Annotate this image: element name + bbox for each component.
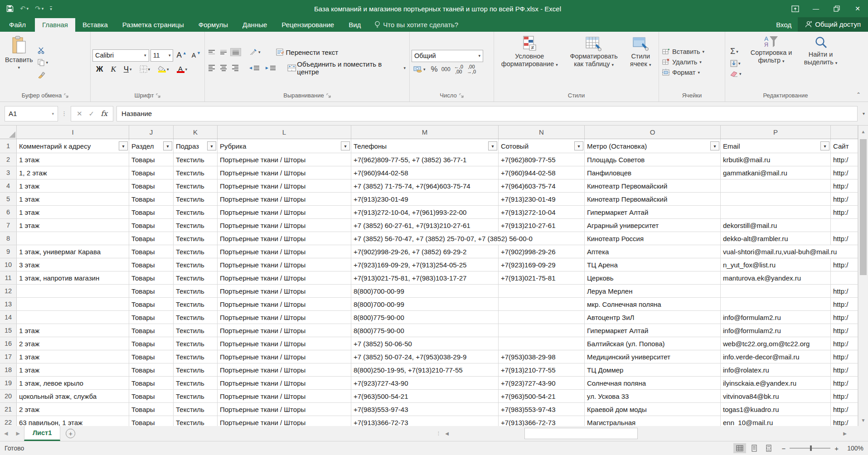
cell[interactable]: Товары — [129, 258, 174, 271]
cell[interactable]: Портьерные ткани / Шторы — [218, 166, 351, 179]
cell[interactable]: http:/ — [831, 403, 858, 416]
cell[interactable]: Текстиль — [174, 153, 218, 166]
column-header[interactable]: P — [721, 126, 831, 139]
cell[interactable]: +7(913)021-75-81, +7(983)103-17-27 — [351, 271, 499, 284]
row-header[interactable]: 11 — [0, 271, 17, 284]
tab-split-handle[interactable]: ⁞ — [434, 431, 442, 437]
tab-formulas[interactable]: Формулы — [191, 18, 235, 32]
cell[interactable]: Портьерные ткани / Шторы — [218, 285, 351, 297]
cell[interactable]: Текстиль — [174, 271, 218, 284]
cell[interactable]: 1 этаж — [17, 179, 129, 192]
sort-filter-button[interactable]: АЯ Сортировка и фильтр ▾ — [747, 34, 795, 90]
row-header[interactable]: 7 — [0, 219, 17, 232]
merge-center-button[interactable]: Объединить и поместить в центре ▾ — [286, 59, 407, 77]
cell[interactable]: Портьерные ткани / Шторы — [218, 403, 351, 416]
cell[interactable]: +7 (3852) 50-07-24, +7(953)038-29-9 — [351, 350, 499, 363]
cell[interactable]: Краевой дом моды — [585, 403, 721, 416]
cell[interactable]: +7 (3852) 60-27-61, +7(913)210-27-61 — [351, 219, 499, 232]
cell[interactable]: Товары — [129, 324, 174, 337]
cell[interactable] — [17, 298, 129, 310]
cell[interactable]: +7(913)272-10-04, +7(961)993-22-00 — [351, 206, 499, 218]
cell[interactable]: +7(964)603-75-74 — [499, 179, 585, 192]
cell[interactable] — [721, 193, 831, 205]
shrink-font-button[interactable]: А▼ — [190, 51, 203, 60]
cell[interactable]: Текстиль — [174, 390, 218, 402]
cell[interactable] — [831, 271, 858, 284]
cell[interactable] — [831, 219, 858, 232]
cell[interactable]: dekorstill@mail.ru — [721, 219, 831, 232]
cell[interactable]: 8(800)700-00-99 — [351, 298, 499, 310]
header-cell[interactable]: Email▾ — [721, 139, 831, 153]
cell[interactable]: Товары — [129, 193, 174, 205]
cell[interactable]: Текстиль — [174, 245, 218, 258]
scroll-down-button[interactable]: ▼ — [858, 414, 868, 426]
cell[interactable]: Текстиль — [174, 416, 218, 426]
row-header[interactable]: 10 — [0, 258, 17, 271]
cell[interactable] — [721, 285, 831, 297]
autosum-button[interactable]: Σ▾ — [728, 46, 743, 57]
scroll-up-button[interactable]: ▲ — [858, 126, 868, 137]
row-header[interactable]: 19 — [0, 377, 17, 389]
filter-button[interactable]: ▾ — [207, 141, 216, 150]
alignment-dialog-launcher[interactable] — [326, 93, 331, 98]
cell[interactable]: +7(902)998-29-26 — [499, 245, 585, 258]
cell[interactable]: +7(913)230-01-49 — [499, 193, 585, 205]
cell[interactable]: Кинотеатр Россия — [585, 232, 721, 245]
cell[interactable]: Гипермаркет Алтай — [585, 206, 721, 218]
cell[interactable]: 1 этаж, напротив магазин — [17, 271, 129, 284]
formula-input[interactable]: Название — [116, 106, 858, 121]
paste-button[interactable]: Вставить ▾ — [2, 34, 36, 90]
cell[interactable]: +7(913)272-10-04 — [499, 206, 585, 218]
customize-qat-button[interactable]: ▾ — [50, 6, 52, 11]
vertical-scroll-track[interactable] — [858, 137, 868, 414]
horizontal-scroll-track[interactable] — [452, 426, 840, 441]
cell[interactable]: 1 этаж — [17, 206, 129, 218]
minimize-button[interactable]: — — [805, 0, 826, 17]
align-right-button[interactable] — [230, 63, 240, 73]
undo-button[interactable]: ↶▾ — [20, 5, 29, 13]
cell[interactable]: Портьерные ткани / Шторы — [218, 363, 351, 376]
cell[interactable]: vual-shtori@mail.ru,vual-buh@mail.ru — [721, 245, 858, 258]
cell[interactable]: мкр. Солнечная поляна — [585, 298, 721, 310]
cell[interactable]: 1, 2 этаж — [17, 166, 129, 179]
cell[interactable]: Товары — [129, 403, 174, 416]
row-header[interactable]: 12 — [0, 285, 17, 297]
cell[interactable]: Текстиль — [174, 377, 218, 389]
zoom-out-button[interactable]: − — [781, 445, 786, 452]
column-header[interactable]: N — [499, 126, 585, 139]
cell[interactable]: Текстиль — [174, 232, 218, 245]
ribbon-display-options-button[interactable] — [785, 0, 805, 17]
delete-cells-button[interactable]: Удалить▾ — [661, 58, 706, 67]
cell[interactable]: http:/ — [831, 416, 858, 426]
cell[interactable]: Текстиль — [174, 324, 218, 337]
cell[interactable]: 1 этаж — [17, 153, 129, 166]
cell[interactable]: manturova.ek@yandex.ru — [721, 271, 831, 284]
cell[interactable]: http:/ — [831, 337, 858, 350]
align-center-button[interactable] — [218, 63, 228, 73]
cell[interactable]: Аптека — [585, 245, 721, 258]
cell[interactable]: 1 этаж — [17, 324, 129, 337]
cell[interactable]: http:/ — [831, 350, 858, 363]
enter-entry-button[interactable]: ✓ — [89, 110, 95, 118]
row-header[interactable]: 3 — [0, 166, 17, 179]
row-header[interactable]: 2 — [0, 153, 17, 166]
cell[interactable]: 3 этаж — [17, 258, 129, 271]
cell[interactable] — [721, 298, 831, 310]
zoom-slider-thumb[interactable] — [810, 445, 812, 451]
cell[interactable]: 2 этаж — [17, 337, 129, 350]
header-cell[interactable]: Сотовый▾ — [499, 139, 585, 153]
cell[interactable]: Кинотеатр Первомайский — [585, 179, 721, 192]
borders-button[interactable]: ▾ — [138, 64, 152, 74]
cell[interactable]: krbutik@mail.ru — [721, 153, 831, 166]
filter-button[interactable]: ▾ — [119, 141, 128, 150]
bold-button[interactable]: Ж — [94, 64, 105, 75]
column-header[interactable]: J — [129, 126, 174, 139]
cell[interactable]: Портьерные ткани / Шторы — [218, 311, 351, 324]
cell[interactable]: Текстиль — [174, 219, 218, 232]
cell[interactable]: Портьерные ткани / Шторы — [218, 377, 351, 389]
align-left-button[interactable] — [207, 63, 217, 73]
row-header[interactable]: 20 — [0, 390, 17, 402]
clear-button[interactable]: ▾ — [728, 70, 743, 78]
cell[interactable]: 1 этаж — [17, 350, 129, 363]
wrap-text-button[interactable]: Перенести текст — [274, 48, 340, 57]
